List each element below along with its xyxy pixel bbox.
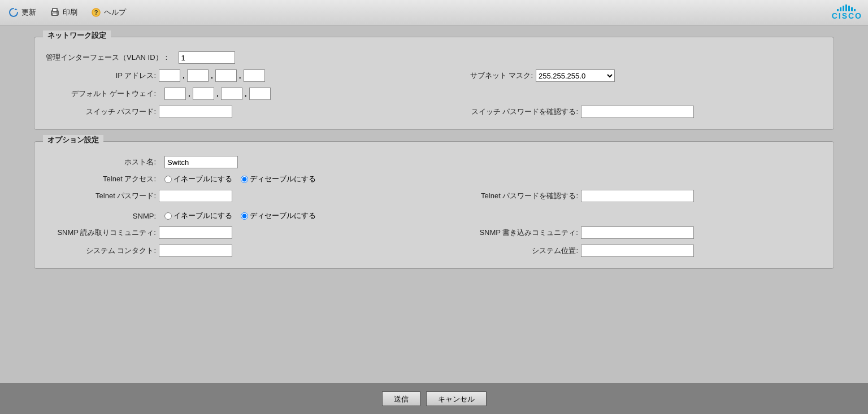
svg-text:?: ? — [94, 9, 98, 16]
system-location-input[interactable] — [581, 245, 694, 257]
snmp-row: SNMP: イネーブルにする ディセーブルにする — [46, 211, 822, 221]
telnet-access-label: Telnet アクセス: — [46, 174, 159, 184]
system-location-label: システム位置: — [434, 246, 581, 256]
snmp-enable-label: イネーブルにする — [173, 211, 232, 221]
gateway-octet-3[interactable] — [221, 88, 242, 100]
svg-rect-2 — [53, 8, 57, 11]
toolbar: 更新 印刷 ? ヘルプ — [0, 0, 868, 25]
telnet-password-confirm-input[interactable] — [581, 190, 694, 202]
submit-button[interactable]: 送信 — [382, 391, 420, 406]
refresh-label: 更新 — [21, 7, 36, 18]
gateway-octet-2[interactable] — [193, 88, 214, 100]
cancel-button[interactable]: キャンセル — [426, 391, 487, 406]
ip-octet-4[interactable] — [244, 69, 265, 82]
print-label: 印刷 — [63, 7, 77, 18]
vlan-input[interactable] — [179, 51, 235, 64]
telnet-password-confirm-label: Telnet パスワードを確認する: — [434, 191, 581, 201]
telnet-disable-radio[interactable] — [241, 176, 248, 183]
main-content: ネットワーク設定 管理インターフェース（VLAN ID）： IP アドレス: .… — [0, 25, 868, 383]
telnet-enable-label: イネーブルにする — [173, 174, 232, 184]
svg-marker-0 — [14, 8, 18, 10]
snmp-enable-radio[interactable] — [164, 212, 172, 220]
network-settings-title: ネットワーク設定 — [43, 30, 111, 41]
snmp-enable-radio-label[interactable]: イネーブルにする — [164, 211, 232, 221]
switch-password-label: スイッチ パスワード: — [46, 107, 159, 117]
ip-label: IP アドレス: — [46, 71, 159, 81]
snmp-write-label: SNMP 書き込みコミュニティ: — [434, 228, 581, 238]
cisco-logo: CISCO — [831, 5, 862, 20]
svg-rect-3 — [53, 13, 57, 15]
switch-password-input[interactable] — [159, 106, 232, 118]
gateway-octet-1[interactable] — [164, 88, 186, 100]
refresh-icon — [8, 7, 19, 18]
telnet-enable-radio[interactable] — [164, 176, 172, 183]
ip-octet-1[interactable] — [159, 69, 180, 82]
ip-row: IP アドレス: . . . サブネット マスク: 255.255.255.0 … — [46, 69, 822, 82]
vlan-label: 管理インターフェース（VLAN ID）： — [46, 53, 173, 63]
gateway-row: デフォルト ゲートウェイ: . . . — [46, 88, 822, 100]
bottom-bar: 送信 キャンセル — [0, 383, 868, 414]
system-contact-input[interactable] — [159, 245, 232, 257]
snmp-disable-radio-label[interactable]: ディセーブルにする — [241, 211, 316, 221]
hostname-input[interactable] — [164, 156, 238, 168]
snmp-write-input[interactable] — [581, 226, 694, 239]
snmp-read-label: SNMP 読み取りコミュニティ: — [46, 228, 159, 238]
switch-password-confirm-input[interactable] — [581, 106, 694, 118]
telnet-password-row: Telnet パスワード: Telnet パスワードを確認する: — [46, 190, 822, 202]
telnet-access-row: Telnet アクセス: イネーブルにする ディセーブルにする — [46, 174, 822, 184]
help-icon: ? — [90, 7, 102, 18]
switch-password-confirm-label: スイッチ パスワードを確認する: — [434, 107, 581, 117]
system-contact-row: システム コンタクト: システム位置: — [46, 245, 822, 257]
telnet-disable-radio-label[interactable]: ディセーブルにする — [241, 174, 316, 184]
telnet-password-label: Telnet パスワード: — [46, 191, 159, 201]
switch-password-row: スイッチ パスワード: スイッチ パスワードを確認する: — [46, 106, 822, 118]
print-icon — [49, 7, 60, 18]
network-settings-panel: ネットワーク設定 管理インターフェース（VLAN ID）： IP アドレス: .… — [34, 37, 834, 130]
telnet-password-input[interactable] — [159, 190, 232, 202]
snmp-read-input[interactable] — [159, 226, 232, 239]
subnet-label: サブネット マスク: — [434, 71, 536, 81]
snmp-disable-radio[interactable] — [241, 212, 248, 220]
hostname-label: ホスト名: — [46, 157, 159, 167]
ip-octet-3[interactable] — [215, 69, 237, 82]
snmp-community-row: SNMP 読み取りコミュニティ: SNMP 書き込みコミュニティ: — [46, 226, 822, 239]
snmp-label: SNMP: — [46, 212, 159, 220]
help-button[interactable]: ? ヘルプ — [88, 6, 128, 19]
vlan-row: 管理インターフェース（VLAN ID）： — [46, 51, 822, 64]
telnet-disable-label: ディセーブルにする — [250, 174, 316, 184]
system-contact-label: システム コンタクト: — [46, 246, 159, 256]
gateway-label: デフォルト ゲートウェイ: — [46, 89, 159, 99]
snmp-disable-label: ディセーブルにする — [250, 211, 316, 221]
option-settings-panel: オプション設定 ホスト名: Telnet アクセス: イネーブルにする ディセー… — [34, 141, 834, 269]
option-settings-title: オプション設定 — [43, 135, 103, 145]
svg-point-4 — [57, 12, 58, 13]
refresh-button[interactable]: 更新 — [6, 6, 38, 19]
subnet-select[interactable]: 255.255.255.0 255.255.0.0 255.0.0.0 — [536, 69, 615, 82]
ip-octet-2[interactable] — [187, 69, 209, 82]
hostname-row: ホスト名: — [46, 156, 822, 168]
help-label: ヘルプ — [104, 7, 126, 18]
print-button[interactable]: 印刷 — [47, 6, 80, 19]
gateway-octet-4[interactable] — [249, 88, 271, 100]
telnet-enable-radio-label[interactable]: イネーブルにする — [164, 174, 232, 184]
